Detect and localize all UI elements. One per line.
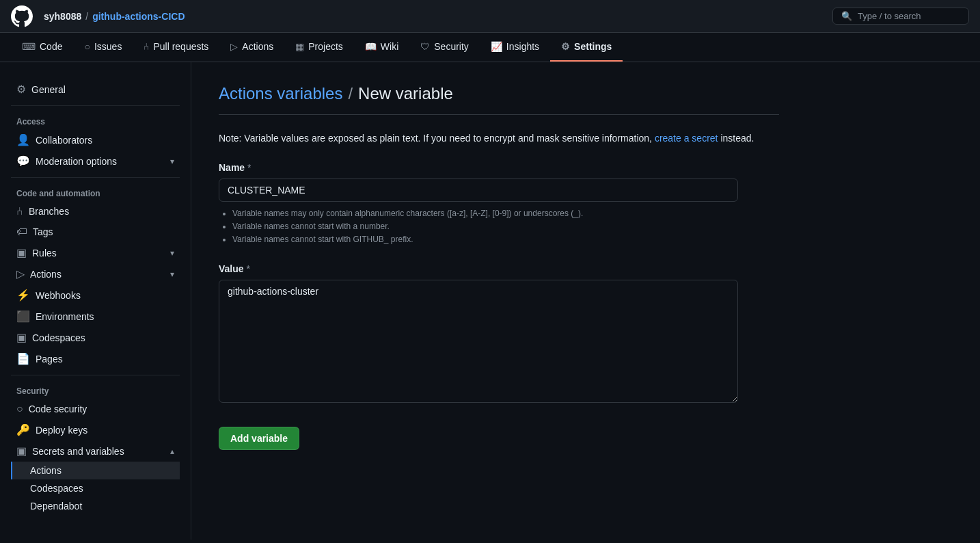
add-variable-button[interactable]: Add variable	[219, 427, 299, 450]
sidebar-rules-label: Rules	[32, 248, 57, 259]
tab-settings[interactable]: ⚙ Settings	[550, 33, 623, 62]
tab-insights-label: Insights	[506, 41, 539, 52]
sidebar-item-branches[interactable]: ⑃ Branches	[11, 201, 180, 222]
tab-security[interactable]: 🛡 Security	[409, 33, 480, 62]
title-divider	[219, 114, 779, 115]
sidebar-item-moderation[interactable]: 💬 Moderation options ▾	[11, 150, 180, 172]
repo-path: syh8088 / github-actions-CICD	[44, 11, 185, 22]
sidebar-divider-3	[11, 375, 180, 375]
github-logo[interactable]	[11, 5, 33, 27]
hint-3: Variable names cannot start with GITHUB_…	[232, 233, 779, 246]
secrets-icon: ▣	[16, 445, 27, 458]
code-icon: ⌨	[22, 41, 36, 52]
tab-issues[interactable]: ○ Issues	[73, 33, 133, 62]
sidebar-sub-item-codespaces[interactable]: Codespaces	[11, 479, 180, 497]
collaborators-icon: 👤	[16, 133, 30, 146]
value-label: Value *	[219, 263, 779, 274]
sidebar-codespaces-label: Codespaces	[32, 332, 85, 343]
sidebar-item-secrets-variables[interactable]: ▣ Secrets and variables ▴	[11, 440, 180, 462]
sidebar-environments-label: Environments	[36, 311, 94, 322]
hint-list: Variable names may only contain alphanum…	[219, 207, 779, 247]
main-content: Actions variables / New variable Note: V…	[191, 62, 806, 540]
tab-wiki-label: Wiki	[381, 41, 398, 52]
sidebar-item-collaborators[interactable]: 👤 Collaborators	[11, 129, 180, 150]
secrets-row: Secrets and variables ▴	[32, 446, 174, 457]
pages-icon: 📄	[16, 352, 30, 365]
tab-actions[interactable]: ▷ Actions	[219, 33, 284, 62]
sidebar-item-general[interactable]: ⚙ General	[11, 79, 180, 100]
projects-icon: ▦	[295, 41, 304, 52]
sidebar-sub-dependabot-label: Dependabot	[30, 501, 82, 512]
sidebar-divider-1	[11, 105, 180, 106]
top-nav: syh8088 / github-actions-CICD 🔍 Type / t…	[0, 0, 980, 33]
sidebar-sub-item-actions[interactable]: Actions	[11, 462, 180, 479]
sidebar-item-deploy-keys[interactable]: 🔑 Deploy keys	[11, 419, 180, 440]
sidebar-webhooks-label: Webhooks	[36, 290, 81, 301]
sidebar-deploy-keys-label: Deploy keys	[36, 425, 87, 436]
sidebar-item-actions[interactable]: ▷ Actions ▾	[11, 263, 180, 284]
tab-pull-requests[interactable]: ⑃ Pull requests	[133, 33, 219, 62]
settings-icon: ⚙	[561, 41, 570, 52]
name-label: Name *	[219, 162, 779, 173]
breadcrumb-current: New variable	[358, 84, 453, 103]
insights-icon: 📈	[491, 41, 502, 52]
breadcrumb-sep: /	[348, 84, 353, 103]
page-title: Actions variables / New variable	[219, 84, 779, 103]
issues-icon: ○	[84, 41, 90, 52]
tab-code[interactable]: ⌨ Code	[11, 33, 73, 62]
sidebar-sub-codespaces-label: Codespaces	[30, 483, 83, 494]
tab-security-label: Security	[434, 41, 469, 52]
tab-actions-label: Actions	[242, 41, 273, 52]
moderation-chevron: ▾	[170, 157, 174, 166]
sidebar-general-label: General	[31, 84, 66, 95]
actions-sidebar-icon: ▷	[16, 267, 25, 280]
codespaces-icon: ▣	[16, 331, 27, 344]
tab-pr-label: Pull requests	[153, 41, 208, 52]
sidebar-item-webhooks[interactable]: ⚡ Webhooks	[11, 284, 180, 306]
tab-wiki[interactable]: 📖 Wiki	[354, 33, 409, 62]
tab-nav: ⌨ Code ○ Issues ⑃ Pull requests ▷ Action…	[0, 33, 980, 62]
sidebar: ⚙ General Access 👤 Collaborators 💬 Moder…	[0, 62, 191, 540]
sidebar-item-rules[interactable]: ▣ Rules ▾	[11, 242, 180, 263]
sidebar-sub-item-dependabot[interactable]: Dependabot	[11, 497, 180, 515]
moderation-icon: 💬	[16, 155, 30, 168]
tab-issues-label: Issues	[94, 41, 122, 52]
sidebar-sub-actions-label: Actions	[30, 465, 62, 476]
sidebar-moderation-label: Moderation options	[36, 156, 117, 167]
value-required: *	[246, 263, 249, 274]
sidebar-item-environments[interactable]: ⬛ Environments	[11, 306, 180, 327]
sidebar-item-tags[interactable]: 🏷 Tags	[11, 222, 180, 242]
sidebar-pages-label: Pages	[36, 354, 63, 365]
hint-1: Variable names may only contain alphanum…	[232, 207, 779, 220]
wiki-icon: 📖	[365, 41, 377, 52]
tab-projects[interactable]: ▦ Projects	[284, 33, 354, 62]
actions-row: Actions ▾	[30, 269, 174, 280]
note-text: Note: Variable values are exposed as pla…	[219, 133, 652, 144]
sidebar-collaborators-label: Collaborators	[36, 135, 92, 146]
name-input[interactable]	[219, 178, 738, 202]
username[interactable]: syh8088	[44, 11, 81, 22]
hint-2: Variable names cannot start with a numbe…	[232, 220, 779, 233]
sidebar-item-code-security[interactable]: ○ Code security	[11, 399, 180, 419]
name-section: Name * Variable names may only contain a…	[219, 162, 779, 247]
search-bar[interactable]: 🔍 Type / to search	[832, 8, 969, 25]
search-icon: 🔍	[841, 11, 852, 21]
sidebar-item-codespaces[interactable]: ▣ Codespaces	[11, 327, 180, 348]
sidebar-item-pages[interactable]: 📄 Pages	[11, 348, 180, 369]
sidebar-divider-2	[11, 177, 180, 178]
breadcrumb-link[interactable]: Actions variables	[219, 84, 342, 103]
sidebar-code-security-label: Code security	[29, 403, 87, 414]
tab-insights[interactable]: 📈 Insights	[480, 33, 550, 62]
rules-icon: ▣	[16, 246, 27, 259]
sidebar-section-security: Security	[11, 381, 180, 399]
repo-name[interactable]: github-actions-CICD	[92, 11, 185, 22]
sidebar-tags-label: Tags	[33, 226, 53, 237]
name-required: *	[247, 162, 251, 173]
value-section: Value *	[219, 263, 779, 405]
sidebar-secrets-label: Secrets and variables	[32, 446, 124, 457]
sidebar-actions-label: Actions	[30, 269, 62, 280]
tab-projects-label: Projects	[308, 41, 343, 52]
value-textarea[interactable]	[219, 280, 738, 403]
actions-icon: ▷	[230, 41, 238, 52]
create-secret-link[interactable]: create a secret	[655, 133, 718, 144]
